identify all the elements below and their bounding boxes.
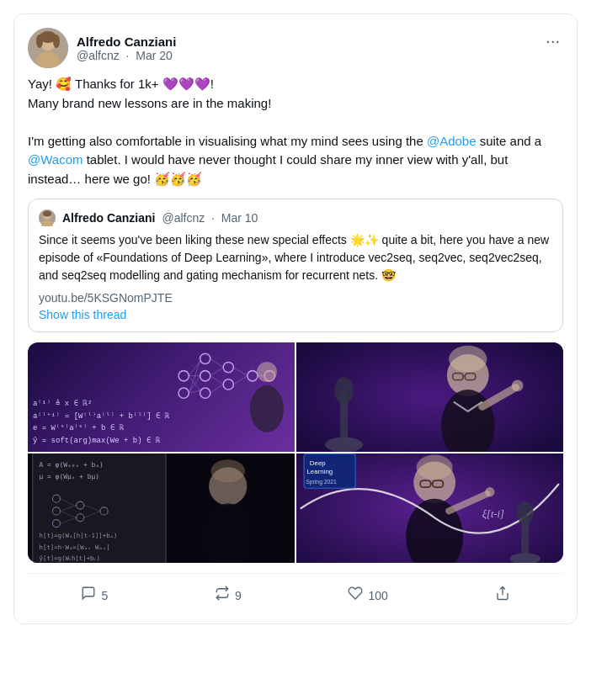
reply-count: 5 [101,589,108,602]
svg-point-75 [417,455,453,480]
reply-icon [81,586,96,605]
svg-point-16 [223,362,233,372]
quoted-handle: @alfcnz [162,211,205,225]
media-cell-4[interactable]: Deep Learning Spring 2021 ξ[t-i] [296,453,563,563]
svg-point-10 [43,211,51,217]
like-count: 100 [368,589,387,602]
svg-text:h[t]=g(Wₐ[h[t-1]]+bₐ): h[t]=g(Wₐ[h[t-1]]+bₐ) [40,532,118,539]
tweet-line-1: Yay! 🥰 Thanks for 1k+ 💜💜💜! [28,75,563,94]
svg-text:h[t]=h·Wₐ=[Wₐₛ Wₐₓ]: h[t]=h·Wₐ=[Wₐₛ Wₐₓ] [40,544,110,551]
svg-point-6 [53,34,60,48]
svg-point-41 [449,346,487,373]
tweet-card: Alfredo Canziani @alfcnz · Mar 20 ··· Ya… [13,13,578,624]
tweet-line-3: I'm getting also comfortable in visualis… [28,132,563,189]
svg-point-33 [257,362,277,382]
media-grid[interactable]: a⁽¹⁾ ≜ x ∈ ℝ² a⁽ˡ⁺¹⁾ = [W⁽ˡ⁾a⁽ˡ⁾ + b⁽ˡ⁾]… [28,342,563,563]
more-options-button[interactable]: ··· [542,28,563,54]
svg-point-12 [178,388,189,398]
svg-line-26 [210,358,222,367]
tweet-header-left: Alfredo Canziani @alfcnz · Mar 20 [28,28,176,68]
avatar-image [28,28,68,68]
avatar[interactable] [28,28,68,68]
math-line-2: a⁽ˡ⁺¹⁾ = [W⁽ˡ⁾a⁽ˡ⁾ + b⁽ˡ⁾] ∈ ℝ [33,411,169,422]
svg-text:Spring 2021: Spring 2021 [306,479,337,485]
svg-line-20 [189,361,200,375]
reply-button[interactable]: 5 [72,581,116,610]
share-button[interactable] [487,581,519,610]
svg-point-77 [485,487,494,496]
retweet-button[interactable]: 9 [206,581,250,610]
svg-point-15 [200,388,210,398]
svg-text:μ = φ(Wμₓ + bμ): μ = φ(Wμₓ + bμ) [40,473,99,480]
like-icon [348,586,363,605]
svg-line-28 [210,376,222,384]
tweet-line-2: Many brand new lessons are in the making… [28,94,563,114]
media-cell-1[interactable]: a⁽¹⁾ ≜ x ∈ ℝ² a⁽ˡ⁺¹⁾ = [W⁽ˡ⁾a⁽ˡ⁾ + b⁽ˡ⁾]… [28,342,295,452]
user-handle: @alfcnz [77,49,120,62]
svg-point-13 [200,353,210,363]
quoted-date: Mar 10 [221,211,258,225]
svg-point-5 [36,34,43,48]
media-cell-2[interactable] [296,342,563,452]
user-info: Alfredo Canziani @alfcnz · Mar 20 [77,34,176,62]
svg-text:Learning: Learning [306,468,333,475]
quoted-avatar [39,209,56,226]
quoted-user-name: Alfredo Canziani [62,211,155,225]
quoted-tweet[interactable]: Alfredo Canziani @alfcnz · Mar 10 Since … [28,199,563,332]
svg-text:ŷ[t]=g(Wᵧh[t]+bᵧ): ŷ[t]=g(Wᵧh[t]+bᵧ) [40,554,100,562]
tweet-header: Alfredo Canziani @alfcnz · Mar 20 ··· [28,28,563,68]
adobe-mention[interactable]: @Adobe [427,134,477,148]
svg-point-46 [512,380,524,392]
youtube-link: youtu.be/5KSGNomPJTE [39,291,552,305]
math-line-1: a⁽¹⁾ ≜ x ∈ ℝ² [33,398,169,410]
retweet-count: 9 [235,589,242,602]
share-icon [495,586,510,605]
wacom-mention[interactable]: @Wacom [28,152,83,167]
math-line-3: e = W⁽ˢ⁾a⁽ˢ⁾ + b ∈ ℝ [33,422,169,434]
quoted-tweet-header: Alfredo Canziani @alfcnz · Mar 10 [39,209,552,226]
svg-point-11 [178,371,189,381]
like-button[interactable]: 100 [339,581,396,610]
tweet-body: Yay! 🥰 Thanks for 1k+ 💜💜💜! Many brand ne… [28,75,563,188]
tweet-actions: 5 9 100 [28,573,563,610]
retweet-icon [215,586,230,605]
tweet-date: Mar 20 [136,49,173,62]
media-cell-3[interactable]: A = φ(Wₐ₀ₓ + bₐ) μ = φ(Wμₓ + bμ) [28,453,295,563]
user-handle-date: @alfcnz · Mar 20 [77,49,176,62]
svg-text:ξ[t-i]: ξ[t-i] [482,508,504,520]
svg-line-27 [210,368,222,376]
svg-point-68 [210,459,245,482]
svg-point-17 [223,379,233,390]
show-thread-link[interactable]: Show this thread [39,308,552,321]
user-name: Alfredo Canziani [77,34,176,49]
svg-point-14 [200,371,210,381]
svg-text:A = φ(Wₐ₀ₓ + bₐ): A = φ(Wₐ₀ₓ + bₐ) [40,461,104,469]
svg-point-34 [250,385,284,432]
quoted-body: Since it seems you've been liking these … [39,231,552,284]
math-line-4: ŷ = soft(arg)max(We + b) ∈ ℝ [33,435,169,447]
svg-point-80 [517,501,534,524]
quoted-handle-date: @alfcnz · Mar 10 [162,211,258,225]
svg-line-29 [210,384,222,393]
svg-text:Deep: Deep [310,459,327,467]
svg-point-44 [334,377,354,404]
